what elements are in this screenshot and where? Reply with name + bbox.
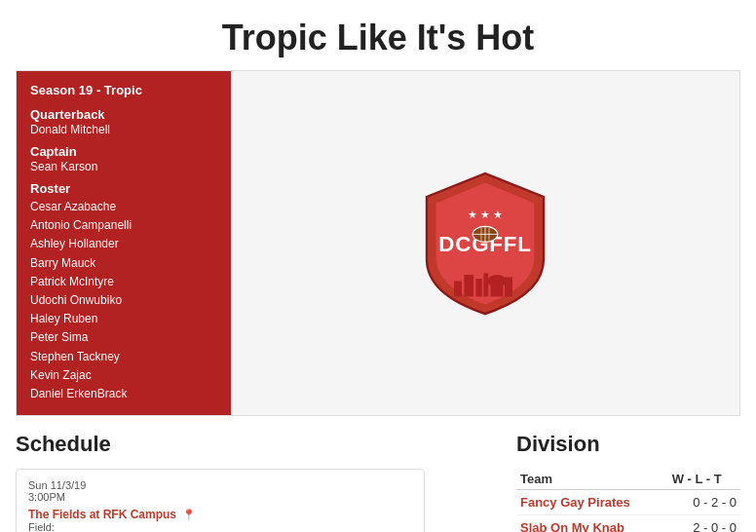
svg-rect-9 — [475, 279, 481, 296]
division-wlt: 2 - 0 - 0 — [668, 515, 740, 532]
logo-area: ★ ★ ★ DCGFFL — [231, 71, 739, 415]
svg-rect-7 — [454, 281, 462, 296]
page-title: Tropic Like It's Hot — [0, 0, 756, 70]
division-team-name[interactable]: Fancy Gay Pirates — [516, 490, 668, 515]
roster-player: Kevin Zajac — [30, 366, 217, 385]
dcgffl-logo: ★ ★ ★ DCGFFL — [407, 166, 563, 322]
division-section: Division Team W - L - T Fancy Gay Pirate… — [516, 432, 740, 532]
season-label: Season 19 - Tropic — [30, 83, 217, 97]
captain-value: Sean Karson — [30, 160, 217, 173]
division-table: Team W - L - T Fancy Gay Pirates 0 - 2 -… — [516, 469, 740, 532]
col-team: Team — [516, 469, 668, 490]
quarterback-label: Quarterback — [30, 107, 217, 122]
division-team-name[interactable]: Slab On My Knab — [516, 515, 668, 532]
team-banner: Season 19 - Tropic Quarterback Donald Mi… — [16, 70, 740, 416]
game-date: Sun 11/3/193:00PM — [28, 479, 412, 503]
division-row: Fancy Gay Pirates 0 - 2 - 0 — [516, 490, 740, 515]
roster-player: Stephen Tackney — [30, 348, 217, 366]
svg-rect-13 — [505, 277, 512, 296]
field-info: Field: — [28, 521, 412, 532]
game-card: Sun 11/3/193:00PM The Fields at RFK Camp… — [16, 469, 425, 532]
division-heading: Division — [516, 432, 740, 457]
roster-list: Cesar AzabacheAntonio CampanelliAshley H… — [30, 198, 217, 403]
game-location[interactable]: The Fields at RFK Campus 📍 — [28, 507, 412, 521]
roster-player: Patrick McIntyre — [30, 273, 217, 291]
games-container: Sun 11/3/193:00PM The Fields at RFK Camp… — [16, 469, 497, 532]
roster-player: Barry Mauck — [30, 254, 217, 273]
svg-rect-8 — [464, 275, 473, 296]
roster-player: Ashley Hollander — [30, 235, 217, 253]
roster-label: Roster — [30, 181, 217, 196]
bottom-section: Schedule Sun 11/3/193:00PM The Fields at… — [16, 432, 740, 532]
schedule-heading: Schedule — [16, 432, 497, 457]
roster-player: Cesar Azabache — [30, 198, 217, 216]
svg-text:★ ★ ★: ★ ★ ★ — [468, 209, 503, 220]
roster-player: Udochi Onwubiko — [30, 291, 217, 310]
roster-player: Haley Ruben — [30, 310, 217, 328]
svg-rect-12 — [491, 281, 504, 296]
division-wlt: 0 - 2 - 0 — [668, 490, 740, 515]
team-info-panel: Season 19 - Tropic Quarterback Donald Mi… — [17, 71, 231, 415]
captain-label: Captain — [30, 144, 217, 159]
col-wlt: W - L - T — [668, 469, 740, 490]
division-row: Slab On My Knab 2 - 0 - 0 — [516, 515, 740, 532]
schedule-section: Schedule Sun 11/3/193:00PM The Fields at… — [16, 432, 497, 532]
roster-player: Peter Sima — [30, 328, 217, 347]
svg-rect-10 — [483, 273, 488, 296]
roster-player: Antonio Campanelli — [30, 216, 217, 235]
quarterback-value: Donald Mitchell — [30, 123, 217, 136]
roster-player: Daniel ErkenBrack — [30, 385, 217, 403]
